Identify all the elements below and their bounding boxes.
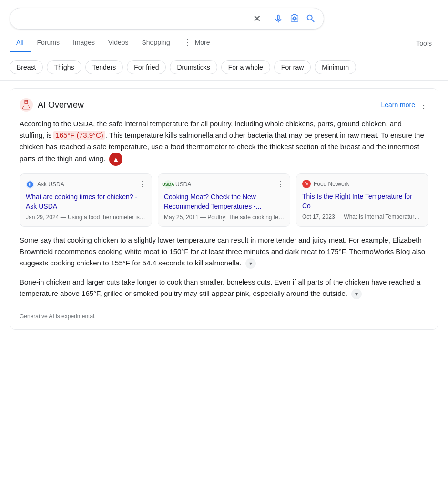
chip-drumsticks[interactable]: Drumsticks bbox=[170, 60, 217, 74]
ask-usda-brand-icon bbox=[26, 180, 34, 189]
tab-more[interactable]: ⋮ More bbox=[177, 32, 217, 54]
source-card-date-2: May 25, 2011 — Poultry: The safe cooking… bbox=[164, 214, 284, 221]
chip-thighs[interactable]: Thighs bbox=[47, 60, 81, 74]
tab-images[interactable]: Images bbox=[66, 34, 102, 52]
source-card-header-3: fn Food Network bbox=[302, 180, 422, 188]
ai-overview-title: AI Overview bbox=[20, 98, 84, 112]
source-card-header-1: Ask USDA ⋮ bbox=[26, 180, 146, 189]
tab-shopping[interactable]: Shopping bbox=[135, 34, 177, 52]
source-brand-usda: USDA USDA bbox=[164, 180, 191, 189]
svg-point-3 bbox=[30, 182, 31, 183]
chip-for-fried[interactable]: For fried bbox=[127, 60, 166, 74]
expand-button-3[interactable]: ▾ bbox=[351, 289, 362, 299]
ai-overview-card: AI Overview Learn more ⋮ According to th… bbox=[10, 88, 438, 330]
search-icons: ✕ bbox=[253, 13, 316, 24]
generative-note: Generative AI is experimental. bbox=[20, 307, 428, 320]
chip-breast[interactable]: Breast bbox=[10, 60, 43, 74]
chip-minimum[interactable]: Minimum bbox=[315, 60, 356, 74]
search-input[interactable]: what is the safe temperature for chicken bbox=[18, 14, 248, 23]
source-card-date-1: Jan 29, 2024 — Using a food thermometer … bbox=[26, 214, 146, 221]
search-bar: what is the safe temperature for chicken… bbox=[10, 8, 324, 30]
source-card-food-network[interactable]: fn Food Network This Is the Right Inte T… bbox=[296, 173, 428, 227]
tab-all[interactable]: All bbox=[10, 34, 31, 52]
search-bar-container: what is the safe temperature for chicken… bbox=[0, 0, 448, 30]
source-card-title-1: What are cooking times for chicken? - As… bbox=[26, 193, 146, 211]
ai-text-2: Some say that cooking chicken to a sligh… bbox=[20, 236, 425, 267]
tools-button[interactable]: Tools bbox=[409, 35, 438, 52]
source-card-more-1[interactable]: ⋮ bbox=[138, 180, 146, 189]
expand-button-2[interactable]: ▾ bbox=[245, 258, 256, 269]
clear-icon[interactable]: ✕ bbox=[253, 13, 261, 24]
source-card-date-3: Oct 17, 2023 — What Is Internal Temperat… bbox=[302, 214, 422, 220]
search-icon[interactable] bbox=[305, 13, 316, 24]
source-card-ask-usda[interactable]: Ask USDA ⋮ What are cooking times for ch… bbox=[20, 173, 152, 227]
ai-paragraph-3: Bone-in chicken and larger cuts take lon… bbox=[20, 276, 428, 299]
tab-videos[interactable]: Videos bbox=[102, 34, 135, 52]
ai-overview-label: AI Overview bbox=[38, 100, 84, 110]
source-card-title-3: This Is the Right Inte Temperature for C… bbox=[302, 192, 422, 211]
usda-brand-icon: USDA bbox=[164, 180, 173, 189]
chip-tenders[interactable]: Tenders bbox=[85, 60, 123, 74]
temperature-highlight: 165°F (73.9°C) bbox=[53, 131, 105, 140]
chip-for-raw[interactable]: For raw bbox=[274, 60, 311, 74]
ai-paragraph-1: According to the USDA, the safe internal… bbox=[20, 118, 428, 166]
source-card-header-2: USDA USDA ⋮ bbox=[164, 180, 284, 189]
filter-chips: Breast Thighs Tenders For fried Drumstic… bbox=[0, 54, 448, 81]
source-cards: Ask USDA ⋮ What are cooking times for ch… bbox=[20, 173, 428, 227]
flask-icon bbox=[20, 98, 33, 112]
collapse-button[interactable]: ▲ bbox=[109, 152, 122, 166]
source-brand-name-3: Food Network bbox=[314, 181, 349, 187]
source-card-more-2[interactable]: ⋮ bbox=[276, 180, 284, 189]
ai-overview-controls: Learn more ⋮ bbox=[381, 99, 428, 111]
ai-paragraph-2: Some say that cooking chicken to a sligh… bbox=[20, 234, 428, 269]
more-options-icon[interactable]: ⋮ bbox=[419, 99, 428, 111]
source-brand-food-network: fn Food Network bbox=[302, 180, 349, 188]
source-brand-name-1: Ask USDA bbox=[37, 181, 64, 188]
tab-forums[interactable]: Forums bbox=[31, 34, 66, 52]
food-network-brand-icon: fn bbox=[302, 180, 311, 188]
source-brand-name-2: USDA bbox=[175, 181, 191, 188]
nav-tabs: All Forums Images Videos Shopping ⋮ More… bbox=[0, 30, 448, 54]
microphone-icon[interactable] bbox=[273, 13, 284, 24]
more-dots-icon: ⋮ bbox=[183, 37, 192, 48]
source-brand-ask-usda: Ask USDA bbox=[26, 180, 64, 189]
main-content: AI Overview Learn more ⋮ According to th… bbox=[0, 81, 448, 345]
learn-more-link[interactable]: Learn more bbox=[381, 101, 415, 109]
chip-for-whole[interactable]: For a whole bbox=[221, 60, 270, 74]
ai-overview-header: AI Overview Learn more ⋮ bbox=[20, 98, 428, 112]
source-card-title-2: Cooking Meat? Check the New Recommended … bbox=[164, 193, 284, 211]
source-card-usda[interactable]: USDA USDA ⋮ Cooking Meat? Check the New … bbox=[158, 173, 290, 227]
lens-icon[interactable] bbox=[289, 13, 300, 24]
